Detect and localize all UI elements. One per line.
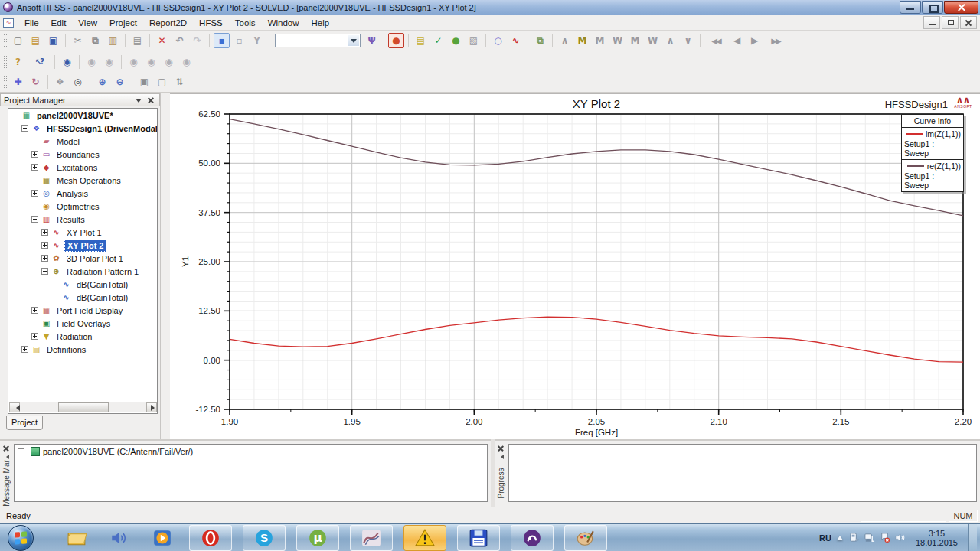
- collapse-icon[interactable]: [21, 125, 28, 132]
- collapse-icon[interactable]: [31, 216, 38, 223]
- start-button[interactable]: [8, 525, 34, 551]
- select-object-icon[interactable]: ▪: [214, 33, 230, 48]
- expand-icon[interactable]: [41, 242, 48, 249]
- expand-icon[interactable]: [31, 151, 38, 158]
- validate-icon[interactable]: ▤: [413, 33, 429, 48]
- select-face-icon[interactable]: ▫: [231, 33, 247, 48]
- expand-icon[interactable]: [31, 307, 38, 314]
- wave-max-icon[interactable]: M: [574, 33, 590, 48]
- tree-item-xy-plot-1[interactable]: ∿XY Plot 1: [8, 226, 157, 239]
- tree-item-panel2000v18uve[interactable]: ▦panel2000V18UVE*: [8, 109, 157, 122]
- tree-item-analysis[interactable]: ◎Analysis: [8, 187, 157, 200]
- coordinate-axes-icon[interactable]: ⇅: [172, 74, 188, 90]
- menu-file[interactable]: File: [18, 16, 45, 30]
- taskbar-app-paint[interactable]: [564, 525, 607, 551]
- scroll-thumb[interactable]: [58, 402, 109, 412]
- taskbar-app-media-player[interactable]: [145, 525, 179, 551]
- tree-item-boundaries[interactable]: ▭Boundaries: [8, 148, 157, 161]
- tree-item-definitions[interactable]: ▤Definitions: [8, 343, 157, 356]
- combobox-dropdown-icon[interactable]: [348, 35, 359, 46]
- collapse-icon[interactable]: [41, 268, 48, 275]
- scroll-left-icon[interactable]: [9, 402, 20, 412]
- tab-project[interactable]: Project: [6, 416, 43, 430]
- menu-tools[interactable]: Tools: [229, 16, 262, 30]
- expand-icon[interactable]: [31, 190, 38, 197]
- show-desktop-button[interactable]: [968, 524, 977, 551]
- copy-icon[interactable]: ⧉: [87, 33, 103, 48]
- restore-button[interactable]: [922, 1, 943, 14]
- dynamic-zoom-icon[interactable]: ◎: [70, 74, 86, 90]
- wave-w2-icon[interactable]: W: [645, 33, 661, 48]
- tree-item-hfssdesign1-drivenmodal[interactable]: ❖HFSSDesign1 (DrivenModal)*: [8, 122, 157, 135]
- zoom-in-icon[interactable]: ⊕: [94, 74, 110, 90]
- delete-icon[interactable]: ✕: [154, 33, 170, 48]
- tray-expand-icon[interactable]: [837, 533, 843, 540]
- save-icon[interactable]: ▣: [45, 33, 61, 48]
- menu-project[interactable]: Project: [103, 16, 143, 30]
- scroll-right-icon[interactable]: [146, 402, 157, 412]
- taskbar-app-warning-app[interactable]: [403, 525, 446, 551]
- solve-setup-icon[interactable]: ●: [388, 33, 404, 48]
- pan-icon[interactable]: ❖: [52, 74, 68, 90]
- minimize-button[interactable]: [900, 1, 921, 14]
- variables-icon[interactable]: Ψ: [364, 33, 380, 48]
- redo-icon[interactable]: ↷: [189, 33, 205, 48]
- network-icon[interactable]: [864, 532, 875, 543]
- tree-item-excitations[interactable]: ◆Excitations: [8, 161, 157, 174]
- taskbar-app-ansoft-hfss[interactable]: [511, 525, 554, 551]
- panel-close-icon[interactable]: [145, 95, 156, 105]
- nav-prev-icon[interactable]: ◀: [729, 33, 745, 48]
- tree-item-radiation[interactable]: ▼Radiation: [8, 330, 157, 343]
- zoom-window-icon[interactable]: ▣: [136, 74, 152, 90]
- print-icon[interactable]: ▤: [129, 33, 145, 48]
- menu-view[interactable]: View: [72, 16, 103, 30]
- tree-item-radiation-pattern-1[interactable]: ⊕Radiation Pattern 1: [8, 265, 157, 278]
- model-tree-icon[interactable]: Y: [249, 33, 265, 48]
- taskbar-app-graph-app[interactable]: [350, 525, 393, 551]
- hide-inactive-icon[interactable]: ◉: [101, 54, 117, 70]
- nav-first-icon[interactable]: ◀◀: [704, 33, 727, 48]
- tree-horizontal-scrollbar[interactable]: [9, 402, 157, 412]
- tray-volume-icon[interactable]: [894, 532, 906, 543]
- wave-peak-icon[interactable]: ∧: [557, 33, 573, 48]
- message-manager-close-icon[interactable]: [2, 444, 11, 453]
- copy-image-icon[interactable]: ⧉: [532, 33, 548, 48]
- menu-report2d[interactable]: Report2D: [143, 16, 193, 30]
- mdi-minimize-button[interactable]: [923, 16, 940, 29]
- visibility-2-icon[interactable]: ◉: [143, 54, 159, 70]
- new-document-icon[interactable]: ▢: [10, 33, 26, 48]
- taskbar-app-skype[interactable]: S: [243, 525, 286, 551]
- mdi-child-icon[interactable]: ∿: [3, 18, 14, 28]
- tree-item-field-overlays[interactable]: ▣Field Overlays: [8, 317, 157, 330]
- help-topics-icon[interactable]: ?: [10, 54, 26, 70]
- nav-last-icon[interactable]: ▶▶: [764, 33, 787, 48]
- taskbar-app-save-tool[interactable]: [457, 525, 500, 551]
- wave-m2-icon[interactable]: M: [627, 33, 643, 48]
- removable-device-icon[interactable]: [848, 532, 860, 543]
- plot-curve-icon[interactable]: ∿: [508, 33, 524, 48]
- menu-edit[interactable]: Edit: [45, 16, 73, 30]
- expand-icon[interactable]: [41, 229, 48, 236]
- menu-hfss[interactable]: HFSS: [193, 16, 229, 30]
- taskbar-app-explorer[interactable]: [60, 525, 93, 551]
- undo-icon[interactable]: ↶: [172, 33, 188, 48]
- taskbar-app-opera[interactable]: [189, 525, 232, 551]
- tree-item-xy-plot-2[interactable]: ∿XY Plot 2: [8, 239, 157, 252]
- tree-item-results[interactable]: ▥Results: [8, 213, 157, 226]
- visibility-1-icon[interactable]: ◉: [126, 54, 142, 70]
- action-center-icon[interactable]: [879, 532, 890, 543]
- tree-item-mesh-operations[interactable]: ▦Mesh Operations: [8, 174, 157, 187]
- mdi-close-button[interactable]: [960, 16, 977, 29]
- boolean-unite-icon[interactable]: ✚: [10, 74, 26, 90]
- expand-icon[interactable]: [41, 255, 48, 262]
- menu-help[interactable]: Help: [305, 16, 336, 30]
- visibility-3-icon[interactable]: ◉: [161, 54, 177, 70]
- taskbar-app-utorrent[interactable]: µ: [296, 525, 339, 551]
- tree-item-db-gaintotal[interactable]: ∿dB(GainTotal): [8, 291, 157, 304]
- nav-next-icon[interactable]: ▶: [746, 33, 763, 48]
- expand-icon[interactable]: [21, 346, 28, 353]
- zoom-out-icon[interactable]: ⊖: [112, 74, 128, 90]
- toolbar-combobox[interactable]: [275, 34, 361, 47]
- wave-min-icon[interactable]: W: [609, 33, 626, 48]
- wave-down-icon[interactable]: ∨: [680, 33, 696, 48]
